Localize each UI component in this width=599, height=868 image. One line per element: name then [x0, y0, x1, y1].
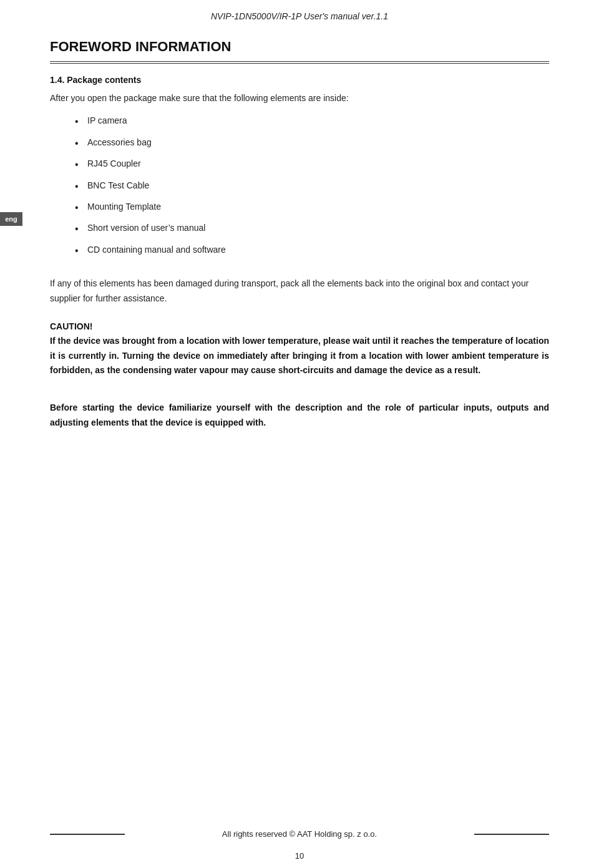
double-rule-divider [50, 61, 549, 64]
page: NVIP-1DN5000V/IR-1P User's manual ver.1.… [0, 0, 599, 868]
page-header: NVIP-1DN5000V/IR-1P User's manual ver.1.… [0, 0, 599, 26]
transport-text: If any of this elements has been damaged… [50, 276, 549, 306]
footer-line-right [474, 834, 549, 835]
main-content: FOREWORD INFORMATION 1.4. Package conten… [0, 26, 599, 823]
before-starting-text: Before starting the device familiarize y… [50, 401, 549, 431]
intro-text: After you open the package make sure tha… [50, 91, 549, 105]
package-contents-list: IP camera Accessories bag RJ45 Coupler B… [87, 114, 549, 264]
page-number: 10 [0, 851, 599, 868]
list-item: Accessories bag [87, 135, 549, 149]
caution-body: If the device was brought from a locatio… [50, 334, 549, 378]
list-item: Mounting Template [87, 200, 549, 213]
list-item: IP camera [87, 114, 549, 127]
list-item: Short version of user’s manual [87, 221, 549, 235]
list-item: CD containing manual and software [87, 243, 549, 256]
foreword-title: FOREWORD INFORMATION [50, 39, 549, 55]
page-footer: All rights reserved © AAT Holding sp. z … [0, 823, 599, 851]
footer-text: All rights reserved © AAT Holding sp. z … [125, 829, 474, 839]
lang-label: eng [5, 215, 17, 223]
caution-heading: CAUTION! [50, 321, 549, 331]
list-item: BNC Test Cable [87, 178, 549, 192]
list-item: RJ45 Coupler [87, 157, 549, 170]
footer-line-left [50, 834, 125, 835]
header-title: NVIP-1DN5000V/IR-1P User's manual ver.1.… [211, 11, 388, 21]
caution-section: CAUTION! If the device was brought from … [50, 321, 549, 388]
section-heading: 1.4. Package contents [50, 75, 549, 85]
lang-tab: eng [0, 212, 22, 226]
